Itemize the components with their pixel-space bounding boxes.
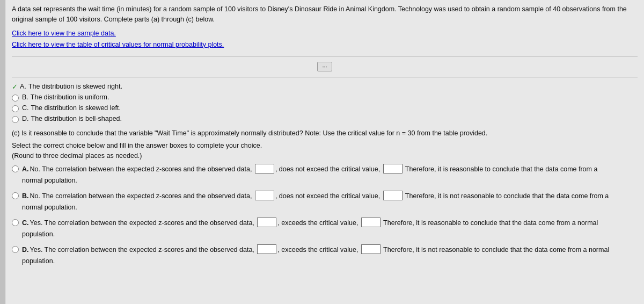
- option-b-text: The distribution is uniform.: [31, 93, 109, 101]
- answer-a-input1[interactable]: [255, 164, 274, 173]
- answer-c-prefix: Yes. The correlation between the expecte…: [30, 218, 257, 228]
- answer-b-radio[interactable]: [12, 192, 19, 199]
- answer-b-second-line: normal population.: [22, 202, 638, 213]
- answer-c-bold: C.: [22, 218, 29, 228]
- answer-a-prefix: No. The correlation between the expected…: [30, 164, 254, 175]
- checkmark-icon: ✓: [12, 83, 18, 91]
- divider-bottom: [12, 77, 638, 77]
- answer-d-prefix: Yes. The correlation between the expecte…: [30, 245, 257, 255]
- answer-a-second-line: normal population.: [22, 176, 638, 186]
- answer-c-radio[interactable]: [12, 219, 19, 226]
- answer-c-text: C. Yes. The correlation between the expe…: [22, 218, 638, 239]
- option-d-text: The distribution is bell-shaped.: [31, 115, 122, 122]
- links-section: Click here to view the sample data. Clic…: [12, 28, 638, 51]
- left-bar: [0, 0, 5, 304]
- option-c-radio[interactable]: [12, 105, 19, 112]
- answer-c-suffix: Therefore, it is reasonable to conclude …: [382, 218, 598, 228]
- answer-b-prefix: No. The correlation between the expected…: [30, 191, 254, 201]
- instruction-text: Select the correct choice below and fill…: [12, 141, 638, 161]
- answer-d-radio[interactable]: [12, 246, 19, 253]
- answer-d-connector: , exceeds the critical value,: [277, 245, 360, 255]
- answer-options: A. No. The correlation between the expec…: [12, 164, 638, 266]
- answer-b-input1[interactable]: [255, 191, 274, 200]
- critical-values-link[interactable]: Click here to view the table of critical…: [12, 39, 638, 50]
- answer-option-a: A. No. The correlation between the expec…: [12, 164, 638, 185]
- option-c-item: C. The distribution is skewed left.: [12, 104, 638, 112]
- option-d-label: D.: [22, 115, 29, 122]
- option-c-label: C.: [22, 104, 29, 112]
- answer-option-b: B. No. The correlation between the expec…: [12, 191, 638, 212]
- answer-d-second-line: population.: [22, 256, 638, 266]
- answer-a-connector: , does not exceed the critical value,: [275, 164, 382, 175]
- page-container: A data set represents the wait time (in …: [0, 0, 644, 304]
- answer-c-input1[interactable]: [257, 218, 276, 227]
- option-a-item: ✓ A. The distribution is skewed right.: [12, 83, 638, 91]
- answer-c-second-line: population.: [22, 229, 638, 240]
- answer-b-suffix: Therefore, it is not reasonable to concl…: [404, 191, 609, 201]
- sample-data-link[interactable]: Click here to view the sample data.: [12, 28, 638, 39]
- answer-a-input2[interactable]: [383, 164, 402, 173]
- option-b-label: B.: [22, 93, 28, 101]
- answer-option-d: D. Yes. The correlation between the expe…: [12, 244, 638, 266]
- answer-d-input2[interactable]: [361, 244, 380, 254]
- answer-d-text: D. Yes. The correlation between the expe…: [22, 244, 638, 266]
- answer-a-text: A. No. The correlation between the expec…: [22, 164, 638, 185]
- option-a-text: The distribution is skewed right.: [28, 83, 122, 90]
- expand-button-container: ···: [12, 62, 638, 71]
- question-section: ✓ A. The distribution is skewed right. B…: [12, 83, 638, 266]
- answer-b-connector: , does not exceed the critical value,: [275, 191, 382, 201]
- part-ab-options: ✓ A. The distribution is skewed right. B…: [12, 83, 638, 123]
- answer-d-input1[interactable]: [257, 244, 276, 254]
- answer-a-suffix: Therefore, it is reasonable to conclude …: [404, 164, 598, 175]
- part-c-header: (c) Is it reasonable to conclude that th…: [12, 128, 638, 139]
- option-a-label: A.: [20, 83, 26, 90]
- option-b-item: B. The distribution is uniform.: [12, 93, 638, 102]
- answer-c-input2[interactable]: [361, 218, 380, 227]
- intro-paragraph: A data set represents the wait time (in …: [12, 4, 638, 25]
- main-content: A data set represents the wait time (in …: [5, 0, 644, 304]
- answer-b-text: B. No. The correlation between the expec…: [22, 191, 638, 212]
- answer-d-suffix: Therefore, it is not reasonable to concl…: [382, 245, 609, 255]
- option-b-radio[interactable]: [12, 95, 19, 102]
- option-d-radio[interactable]: [12, 116, 19, 123]
- answer-option-c: C. Yes. The correlation between the expe…: [12, 218, 638, 239]
- option-d-item: D. The distribution is bell-shaped.: [12, 115, 638, 123]
- answer-b-bold: B.: [22, 191, 29, 201]
- divider-top: [12, 56, 638, 56]
- answer-d-bold: D.: [22, 245, 29, 255]
- option-c-text: The distribution is skewed left.: [31, 104, 121, 112]
- answer-a-bold: A.: [22, 164, 29, 175]
- answer-c-connector: , exceeds the critical value,: [277, 218, 360, 228]
- answer-a-radio[interactable]: [12, 165, 19, 172]
- expand-button[interactable]: ···: [317, 62, 332, 71]
- answer-b-input2[interactable]: [383, 191, 402, 200]
